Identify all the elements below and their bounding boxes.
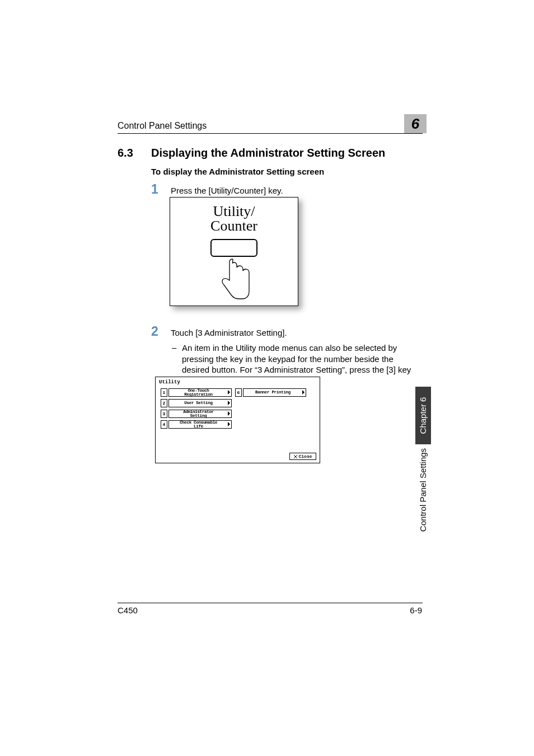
utility-right-column: 6 Banner Printing (235, 388, 306, 449)
utility-row-6: 6 Banner Printing (235, 388, 306, 397)
close-button[interactable]: Close (289, 453, 316, 460)
running-head: Control Panel Settings (118, 121, 423, 134)
administrator-setting-button[interactable]: AdministratorSetting (168, 410, 232, 418)
utility-num-1: 1 (161, 388, 167, 397)
utility-panel-body: 1 One-TouchRegistration 2 User Setting 3… (158, 386, 317, 451)
banner-printing-button[interactable]: Banner Printing (243, 388, 306, 397)
footer-rule (118, 603, 423, 603)
footer-model: C450 (118, 605, 138, 615)
utility-panel-title: Utility (156, 377, 320, 386)
section-number: 6.3 (118, 147, 133, 159)
one-touch-registration-button[interactable]: One-TouchRegistration (168, 388, 232, 397)
step-1-number: 1 (151, 182, 158, 197)
side-section-text: Control Panel Settings (419, 448, 428, 531)
utility-row-4: 4 Check ConsumableLife (161, 420, 232, 429)
chapter-badge: 6 (404, 114, 427, 133)
figure1-label: Utility/ Counter (170, 204, 298, 233)
utility-num-6: 6 (235, 388, 242, 397)
figure1-label-line1: Utility/ (213, 203, 255, 219)
utility-row-1: 1 One-TouchRegistration (161, 388, 232, 397)
utility-num-3: 3 (161, 410, 167, 418)
side-chapter-tab: Chapter 6 (415, 387, 431, 444)
utility-num-4: 4 (161, 420, 167, 429)
close-icon (293, 454, 298, 459)
chapter-number: 6 (411, 115, 419, 133)
side-chapter-text: Chapter 6 (419, 397, 428, 434)
check-consumable-life-button[interactable]: Check ConsumableLife (168, 420, 232, 429)
user-setting-button[interactable]: User Setting (168, 399, 232, 407)
step-2-text: Touch [3 Administrator Setting]. (171, 328, 287, 337)
step-1-text: Press the [Utility/Counter] key. (171, 186, 283, 195)
figure-utility-counter-key: Utility/ Counter (170, 197, 298, 306)
figure-utility-screen: Utility 1 One-TouchRegistration 2 User S… (155, 377, 320, 463)
section-subtitle: To display the Administrator Setting scr… (151, 167, 324, 176)
utility-panel-footer: Close (156, 451, 320, 462)
close-label: Close (298, 454, 312, 459)
utility-row-2: 2 User Setting (161, 399, 232, 407)
page: Control Panel Settings 6 6.3 Displaying … (0, 0, 534, 756)
utility-num-2: 2 (161, 399, 167, 407)
side-section-label: Control Panel Settings (415, 448, 431, 532)
hand-icon (214, 256, 254, 303)
section-title: Displaying the Administrator Setting Scr… (151, 147, 385, 159)
utility-row-3: 3 AdministratorSetting (161, 410, 232, 418)
step-2-note-dash: – (172, 342, 176, 352)
step-2-number: 2 (151, 324, 158, 339)
footer-page-number: 6-9 (410, 605, 422, 615)
utility-counter-button-outline (210, 239, 257, 257)
utility-left-column: 1 One-TouchRegistration 2 User Setting 3… (161, 388, 232, 449)
figure1-label-line2: Counter (210, 218, 257, 234)
